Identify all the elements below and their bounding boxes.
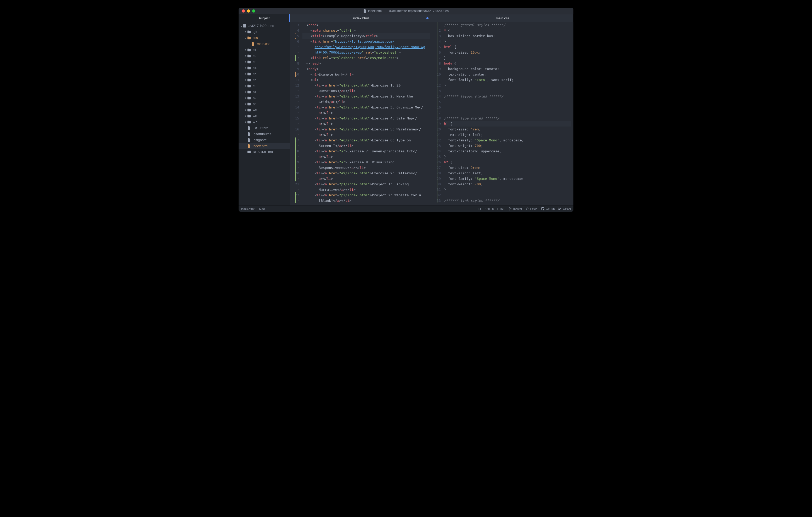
tree-item-indexhtml[interactable]: index.html: [239, 143, 290, 149]
code-line[interactable]: [Blank]</a></li>: [302, 198, 430, 203]
code-line[interactable]: <li><a href="#">Exercise 7: seven-princi…: [302, 149, 430, 154]
code-line[interactable]: a></li>: [302, 121, 430, 126]
line-number[interactable]: [295, 187, 299, 192]
code-line[interactable]: [444, 110, 571, 116]
code-line[interactable]: font-family: 'Space Mono', monospace;: [444, 138, 571, 143]
line-number[interactable]: 20: [437, 126, 441, 132]
tree-item-e6[interactable]: ›e6: [239, 77, 290, 83]
code-line[interactable]: }: [444, 154, 571, 159]
chevron-down-icon[interactable]: ⌄: [244, 36, 247, 39]
chevron-right-icon[interactable]: ›: [244, 121, 247, 123]
line-number[interactable]: 9: [295, 66, 299, 71]
tree-item-maincss[interactable]: main.css: [239, 41, 290, 47]
chevron-down-icon[interactable]: ⌄: [240, 24, 243, 27]
line-number[interactable]: [295, 143, 299, 149]
line-number[interactable]: [295, 132, 299, 138]
code-line[interactable]: font-family: 'Lato', sans-serif;: [444, 77, 571, 83]
line-number[interactable]: 15: [437, 99, 441, 104]
code-line[interactable]: [444, 104, 571, 110]
line-number[interactable]: 2: [437, 28, 441, 33]
chevron-right-icon[interactable]: ›: [244, 115, 247, 117]
line-number[interactable]: 13: [295, 94, 299, 99]
chevron-right-icon[interactable]: ›: [244, 90, 247, 93]
titlebar[interactable]: index.html — ~/Documents/Repositories/av…: [239, 8, 573, 14]
line-number[interactable]: 26: [437, 159, 441, 165]
chevron-right-icon[interactable]: ›: [244, 84, 247, 87]
code-line[interactable]: a></li>: [302, 154, 430, 159]
line-number[interactable]: 23: [437, 143, 441, 149]
code-line[interactable]: <li><a href="e4/index.html">Exercise 4: …: [302, 116, 430, 121]
tree-item-avt217fa20tues[interactable]: ⌄avt217-fa20-tues: [239, 23, 290, 29]
line-number[interactable]: 6: [437, 50, 441, 55]
line-number[interactable]: 16: [437, 104, 441, 110]
status-github[interactable]: GitHub: [541, 207, 555, 210]
code-line[interactable]: font-weight: 700;: [444, 143, 571, 149]
line-number[interactable]: 8: [437, 61, 441, 66]
line-number[interactable]: 17: [437, 110, 441, 116]
code-line[interactable]: Questions</a></li>: [302, 88, 430, 94]
tab-maincss[interactable]: main.css: [432, 14, 574, 22]
line-number[interactable]: 30: [437, 181, 441, 187]
line-number[interactable]: 7: [437, 55, 441, 61]
tree-item-p1[interactable]: ›p1: [239, 89, 290, 95]
line-number[interactable]: 8: [295, 61, 299, 66]
code-line[interactable]: Grid</a></li>: [302, 99, 430, 104]
code-line[interactable]: /****** type styles ******/: [444, 116, 571, 121]
line-number[interactable]: 3: [295, 22, 299, 28]
code-line[interactable]: Screen I</a></li>: [302, 143, 430, 149]
line-number[interactable]: [295, 198, 299, 203]
tree-item-w7[interactable]: ›w7: [239, 119, 290, 125]
tree-item-e4[interactable]: ›e4: [239, 65, 290, 71]
line-number[interactable]: 15: [295, 116, 299, 121]
line-number[interactable]: [295, 50, 299, 55]
line-number[interactable]: 29: [437, 176, 441, 181]
line-number[interactable]: 4: [295, 28, 299, 33]
code-line[interactable]: html {: [444, 44, 571, 50]
code-line[interactable]: a></li>: [302, 110, 430, 116]
tree-item-w5[interactable]: ›w5: [239, 107, 290, 113]
tree-item-e5[interactable]: ›e5: [239, 71, 290, 77]
line-number[interactable]: 28: [437, 171, 441, 176]
tree-item-w6[interactable]: ›w6: [239, 113, 290, 119]
status-file[interactable]: index.html*: [241, 207, 255, 210]
code-line[interactable]: <h1>Example Work</h1>: [302, 71, 430, 77]
code-line[interactable]: font-size: 16px;: [444, 50, 571, 55]
tree-item-e1[interactable]: ›e1: [239, 47, 290, 53]
line-number[interactable]: 12: [437, 83, 441, 88]
line-number[interactable]: [295, 88, 299, 94]
line-number[interactable]: 18: [295, 149, 299, 154]
line-number[interactable]: 24: [437, 149, 441, 154]
code-area[interactable]: <head> <meta charset="utf-8"> <title>Exa…: [302, 22, 432, 206]
chevron-right-icon[interactable]: ›: [244, 60, 247, 63]
code-line[interactable]: }: [444, 39, 571, 44]
code-line[interactable]: <meta charset="utf-8">: [302, 28, 430, 33]
code-line[interactable]: <li><a href="e2/index.html">Exercise 2: …: [302, 94, 430, 99]
line-number[interactable]: 19: [295, 159, 299, 165]
tree-item-css[interactable]: ⌄css: [239, 35, 290, 41]
code-line[interactable]: <li><a href="#">Exercise 8: Visualizing: [302, 159, 430, 165]
line-number[interactable]: [295, 121, 299, 126]
code-line[interactable]: <link rel="stylesheet" href="css/main.cs…: [302, 55, 430, 61]
chevron-right-icon[interactable]: ›: [244, 30, 247, 33]
code-line[interactable]: </head>: [302, 61, 430, 66]
tree-item-e9[interactable]: ›e9: [239, 83, 290, 89]
tree-item-p2[interactable]: ›p2: [239, 95, 290, 101]
line-number[interactable]: 11: [295, 77, 299, 83]
line-number[interactable]: 31: [437, 187, 441, 192]
minimize-window-button[interactable]: [247, 9, 250, 12]
code-line[interactable]: h1 {: [444, 121, 571, 126]
line-number[interactable]: 22: [437, 138, 441, 143]
tree-item-e3[interactable]: ›e3: [239, 59, 290, 65]
tree-item-gitattributes[interactable]: .gitattributes: [239, 131, 290, 137]
line-number[interactable]: [295, 154, 299, 159]
line-number[interactable]: 21: [295, 181, 299, 187]
code-line[interactable]: <li><a href="p2/index.html">Project 2: W…: [302, 192, 430, 198]
code-line[interactable]: <ul>: [302, 77, 430, 83]
code-line[interactable]: <body>: [302, 66, 430, 71]
file-tree[interactable]: ⌄avt217-fa20-tues›.git⌄cssmain.css›e1›e2…: [239, 22, 290, 206]
code-line[interactable]: ht@400;700&display=swap" rel="stylesheet…: [302, 50, 430, 55]
chevron-right-icon[interactable]: ›: [244, 79, 247, 81]
code-line[interactable]: /****** general styles ******/: [444, 22, 571, 28]
code-line[interactable]: text-align: left;: [444, 171, 571, 176]
line-number[interactable]: 17: [295, 138, 299, 143]
